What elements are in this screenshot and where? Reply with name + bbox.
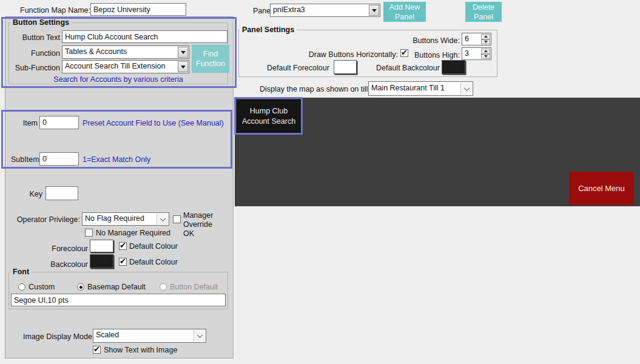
image-display-mode-label: Image Display Mode:	[23, 332, 91, 341]
chevron-down-icon[interactable]	[157, 214, 168, 224]
chevron-down-icon[interactable]	[194, 330, 205, 342]
spin-down-icon[interactable]	[481, 54, 490, 59]
font-basemap-radio[interactable]	[77, 283, 84, 291]
item-label: Item	[12, 119, 38, 127]
display-till-value: Main Restaurant Till 1	[371, 84, 445, 92]
button-text-input[interactable]	[62, 30, 227, 43]
image-display-mode-value: Scaled	[96, 331, 119, 339]
backcolour-default-label: Default Colour	[129, 258, 178, 266]
add-new-panel-button[interactable]: Add New Panel	[383, 2, 426, 22]
operator-privilege-label: Operator Privilege:	[12, 215, 80, 224]
item-hint: Preset Account Field to Use (See Manual)	[83, 119, 224, 127]
buttons-wide-label: Buttons Wide:	[394, 36, 460, 45]
font-button-default-radio	[160, 283, 167, 291]
subitem-hint: 1=Exact Match Only	[83, 155, 150, 164]
backcolour-label: Backcolour	[36, 260, 88, 269]
function-dropdown[interactable]: Tables & Accounts	[62, 46, 189, 59]
backcolour-default-checkbox[interactable]	[119, 258, 127, 266]
buttons-wide-value: 6	[465, 35, 469, 43]
default-backcolour-label: Default Backcolour	[376, 64, 429, 72]
subitem-input[interactable]	[39, 152, 79, 166]
forecolour-default-checkbox[interactable]	[119, 242, 127, 250]
panel-settings-title: Panel Settings	[240, 25, 297, 34]
backcolour-swatch[interactable]	[90, 254, 113, 268]
function-label: Function	[12, 49, 60, 58]
display-till-dropdown[interactable]: Main Restaurant Till 1	[368, 81, 473, 96]
font-custom-label: Custom	[29, 283, 55, 291]
font-name-input[interactable]	[11, 294, 226, 306]
key-label: Key	[17, 190, 42, 198]
no-manager-checkbox[interactable]	[85, 229, 93, 237]
item-input[interactable]	[39, 116, 79, 129]
subitem-label: SubItem	[11, 155, 38, 164]
font-custom-radio[interactable]	[18, 283, 25, 291]
function-description: Search for Accounts by various criteria	[8, 75, 228, 84]
dropdown-arrow-icon[interactable]	[369, 5, 379, 16]
spin-up-icon[interactable]	[481, 34, 490, 39]
sub-function-value: Account Search Till Extension	[65, 62, 165, 70]
function-map-window: Function Map Name: Button Settings Butto…	[0, 0, 640, 364]
buttons-high-spinner[interactable]: 3	[462, 47, 491, 60]
cancel-menu-button[interactable]: Cancel Menu	[569, 172, 634, 205]
operator-privilege-dropdown[interactable]: No Flag Required	[82, 212, 169, 226]
spin-up-icon[interactable]	[481, 49, 490, 54]
manager-override-label: Manager Override OK	[183, 211, 224, 238]
function-map-name-input[interactable]	[90, 3, 186, 16]
button-settings-title: Button Settings	[10, 18, 72, 27]
manager-override-checkbox[interactable]	[173, 215, 181, 223]
display-till-label: Display the map as shown on till:	[260, 85, 366, 93]
font-button-default-label: Button Default	[170, 283, 218, 291]
draw-horizontal-label: Draw Buttons Horizontally:	[303, 50, 398, 59]
operator-privilege-value: No Flag Required	[85, 214, 144, 223]
no-manager-label: No Manager Required	[96, 229, 170, 237]
default-forecolour-label: Default Forecolour	[267, 64, 318, 72]
buttons-wide-spinner[interactable]: 6	[462, 33, 491, 46]
default-forecolour-swatch[interactable]	[334, 60, 357, 74]
dropdown-arrow-icon[interactable]	[178, 61, 188, 72]
key-input[interactable]	[45, 186, 78, 200]
default-backcolour-swatch[interactable]	[442, 60, 465, 74]
function-map-name-label: Function Map Name:	[20, 6, 90, 15]
find-function-button[interactable]: Find Function	[192, 45, 229, 73]
spin-down-icon[interactable]	[481, 39, 490, 45]
buttons-high-value: 3	[465, 49, 469, 58]
chevron-down-icon[interactable]	[460, 83, 472, 95]
sub-function-label: Sub-Function	[12, 64, 60, 72]
forecolour-swatch[interactable]	[90, 240, 113, 252]
dropdown-arrow-icon[interactable]	[178, 47, 188, 58]
function-value: Tables & Accounts	[65, 47, 127, 56]
font-basemap-label: Basemap Default	[87, 283, 146, 291]
panel-dropdown[interactable]: pnlExtra3	[270, 4, 380, 17]
show-text-label: Show Text with Image	[104, 346, 177, 354]
show-text-checkbox[interactable]	[93, 346, 101, 354]
sub-function-dropdown[interactable]: Account Search Till Extension	[62, 60, 189, 73]
font-title: Font	[10, 268, 32, 276]
delete-panel-button[interactable]: Delete Panel	[465, 2, 502, 22]
panel-value: pnlExtra3	[273, 5, 305, 14]
forecolour-label: Forecolour	[36, 244, 88, 253]
forecolour-default-label: Default Colour	[129, 242, 178, 251]
buttons-high-label: Buttons High:	[394, 51, 460, 59]
image-display-mode-dropdown[interactable]: Scaled	[93, 329, 206, 343]
preview-hump-club-button[interactable]: Hump Club Account Search	[237, 99, 301, 133]
button-text-label: Button Text	[12, 33, 60, 42]
